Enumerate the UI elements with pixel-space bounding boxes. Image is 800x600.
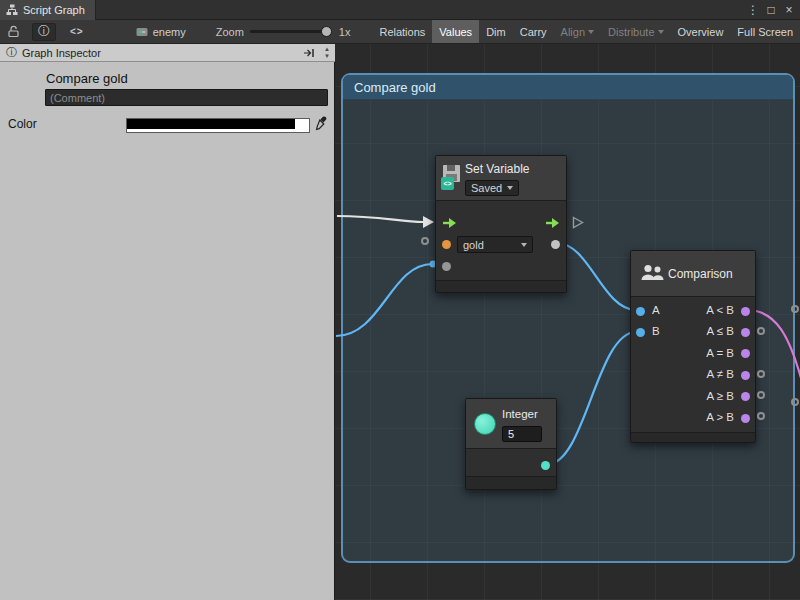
control-input-port[interactable] xyxy=(442,217,457,229)
output-a-lt-b-port[interactable] xyxy=(741,307,750,316)
comparison-row: A ≠ B xyxy=(631,365,755,385)
scroll-down-icon[interactable]: ▼ xyxy=(324,53,330,60)
color-swatch[interactable] xyxy=(126,118,310,133)
group-title: Compare gold xyxy=(354,80,436,95)
tab-script-graph[interactable]: Script Graph xyxy=(0,0,96,20)
unconnected-port-circle[interactable] xyxy=(757,412,765,420)
node-title: Integer xyxy=(502,408,538,420)
overview-button[interactable]: Overview xyxy=(671,20,731,43)
graph-canvas[interactable]: Compare gold <> Set Variable Saved xyxy=(335,44,800,600)
graph-toolbar: ⓘ <> enemy Zoom 1x Relations Values Dim … xyxy=(0,20,800,44)
node-set-variable[interactable]: <> Set Variable Saved gold xyxy=(435,155,567,293)
comparison-icon xyxy=(640,263,664,284)
chevron-down-icon xyxy=(521,243,527,247)
output-value-port[interactable] xyxy=(551,240,560,249)
zoom-slider-knob[interactable] xyxy=(321,26,332,37)
graph-name-label: enemy xyxy=(153,26,186,38)
unconnected-control-triangle[interactable] xyxy=(572,216,584,229)
values-button[interactable]: Values xyxy=(432,20,479,43)
graph-reference-button[interactable]: enemy xyxy=(136,26,186,38)
node-footer xyxy=(466,476,556,489)
chevron-down-icon xyxy=(507,186,513,190)
carry-button[interactable]: Carry xyxy=(513,20,554,43)
variable-select-dropdown[interactable]: gold xyxy=(457,236,533,253)
window-menu-icon[interactable]: ⋮ xyxy=(744,3,762,17)
output-a-neq-b-port[interactable] xyxy=(741,371,750,380)
comparison-row: A A < B xyxy=(631,301,755,321)
graph-asset-icon xyxy=(136,26,148,38)
output-a-eq-b-port[interactable] xyxy=(741,349,750,358)
node-title: Comparison xyxy=(668,267,733,281)
integer-output-port[interactable] xyxy=(541,461,550,470)
graph-title: Compare gold xyxy=(46,71,128,86)
zoom-value: 1x xyxy=(339,26,351,38)
output-a-gt-b-port[interactable] xyxy=(741,414,750,423)
color-alpha-bar xyxy=(127,129,309,132)
control-output-port[interactable] xyxy=(545,217,560,229)
dock-inspector-icon[interactable] xyxy=(303,48,315,58)
variable-name-port[interactable] xyxy=(442,240,451,249)
fullscreen-button[interactable]: Full Screen xyxy=(730,20,800,43)
unconnected-port-circle[interactable] xyxy=(791,398,799,406)
integer-header: Integer 5 xyxy=(466,399,556,449)
inspector-scroll-arrows[interactable]: ▲ ▼ xyxy=(321,44,333,62)
relations-button[interactable]: Relations xyxy=(372,20,432,43)
maximize-icon[interactable]: □ xyxy=(762,3,780,17)
chevron-down-icon xyxy=(588,30,594,34)
input-b-port[interactable] xyxy=(636,328,645,337)
unconnected-port-circle[interactable] xyxy=(791,305,799,313)
align-dropdown-button[interactable]: Align xyxy=(554,20,601,43)
comparison-row: A > B xyxy=(631,408,755,428)
distribute-dropdown-button[interactable]: Distribute xyxy=(601,20,670,43)
unconnected-port-circle[interactable] xyxy=(757,327,765,335)
node-integer[interactable]: Integer 5 xyxy=(465,398,557,490)
node-footer xyxy=(436,280,566,292)
chevron-down-icon xyxy=(658,30,664,34)
graph-inspector-panel: ⓘ Graph Inspector ▲ ▼ Compare gold Color xyxy=(0,44,335,600)
dim-button[interactable]: Dim xyxy=(479,20,513,43)
input-a-port[interactable] xyxy=(636,307,645,316)
unconnected-port-circle[interactable] xyxy=(421,237,429,245)
comparison-row: B A ≤ B xyxy=(631,322,755,342)
comparison-header: Comparison xyxy=(631,251,755,297)
lock-icon[interactable] xyxy=(7,25,20,38)
script-graph-icon xyxy=(6,4,18,16)
output-a-gte-b-port[interactable] xyxy=(741,392,750,401)
inspector-toggle-button[interactable]: ⓘ xyxy=(32,23,56,41)
scroll-up-icon[interactable]: ▲ xyxy=(324,46,330,53)
integer-value-field[interactable]: 5 xyxy=(502,426,542,442)
integer-icon xyxy=(474,413,496,435)
input-value-port[interactable] xyxy=(442,262,451,271)
set-variable-icon: <> xyxy=(441,165,462,191)
inspector-header: ⓘ Graph Inspector xyxy=(0,44,335,62)
toolbar-right-group: Relations Values Dim Carry Align Distrib… xyxy=(372,20,800,43)
color-label: Color xyxy=(8,117,37,131)
unconnected-port-circle[interactable] xyxy=(757,391,765,399)
set-variable-header: <> Set Variable Saved xyxy=(436,156,566,201)
close-icon[interactable]: × xyxy=(780,3,798,17)
tab-label: Script Graph xyxy=(23,4,85,16)
node-footer xyxy=(631,432,755,442)
node-comparison[interactable]: Comparison A A < B B A ≤ B A = B A ≠ B A… xyxy=(630,250,756,443)
info-icon: ⓘ xyxy=(6,45,17,60)
comparison-row: A = B xyxy=(631,344,755,364)
info-icon: ⓘ xyxy=(38,23,50,40)
eyedropper-icon[interactable] xyxy=(313,116,328,135)
group-header[interactable]: Compare gold xyxy=(343,75,793,100)
zoom-slider[interactable] xyxy=(250,30,330,33)
node-title: Set Variable xyxy=(465,162,529,176)
window-titlebar: Script Graph ⋮ □ × xyxy=(0,0,800,20)
comment-input[interactable] xyxy=(45,89,328,106)
code-badge-icon: <> xyxy=(441,177,454,190)
variable-kind-dropdown[interactable]: Saved xyxy=(465,180,519,196)
zoom-label: Zoom xyxy=(216,26,244,38)
output-a-lte-b-port[interactable] xyxy=(741,328,750,337)
comparison-row: A ≥ B xyxy=(631,387,755,407)
inspector-header-title: Graph Inspector xyxy=(22,47,101,59)
unconnected-port-circle[interactable] xyxy=(757,370,765,378)
code-view-icon[interactable]: <> xyxy=(70,26,84,37)
window-controls: ⋮ □ × xyxy=(744,0,798,20)
